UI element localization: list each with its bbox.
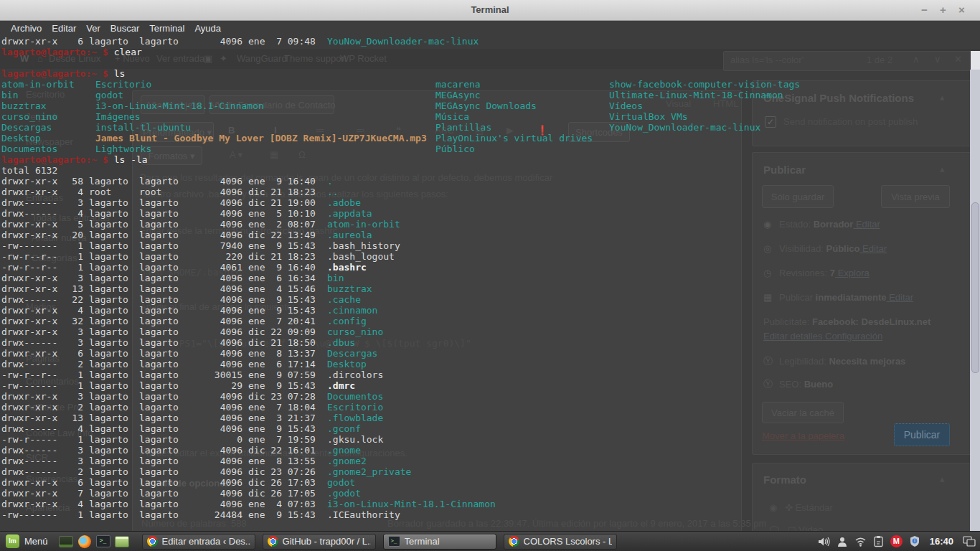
volume-icon[interactable] xyxy=(817,536,830,547)
launcher-area: >_ xyxy=(57,534,131,550)
terminal-line: drwxr-xr-x5lagartolagarto4096ene 2 08:07… xyxy=(1,219,400,230)
menu-button[interactable]: lm Menú xyxy=(0,532,57,551)
terminal-line: lagarto@lagarto:~ $clear xyxy=(1,47,142,57)
terminal-launcher[interactable]: >_ xyxy=(94,534,113,550)
chrome-icon xyxy=(509,536,519,547)
page-scrollbar-thumb[interactable] xyxy=(971,202,979,373)
terminal-line: drwxr-xr-x3lagartolagarto4096dic 23 07:2… xyxy=(1,391,383,402)
firefox-icon xyxy=(78,535,91,548)
terminal-line: drwxr-xr-x3lagartolagarto4096ene 6 16:34… xyxy=(1,273,344,283)
ls-column: Escritoriogodoti3-on-Linux-Mint-18.1-Cin… xyxy=(95,79,427,154)
wifi-icon[interactable] xyxy=(854,537,867,547)
taskbar-window-colors[interactable]: COLORS Lscolors - Li... xyxy=(504,534,617,550)
terminal-screen: drwxr-xr-x6lagartolagarto4096ene 7 09:48… xyxy=(0,0,980,531)
mega-icon[interactable]: M xyxy=(890,535,903,547)
clipboard-icon[interactable] xyxy=(873,535,884,547)
user-icon[interactable] xyxy=(837,536,848,547)
terminal-line: drwxr-xr-x6lagartolagarto4096ene 7 09:48… xyxy=(1,36,479,47)
system-tray: M i 16:40 xyxy=(817,535,980,547)
terminal-line: drwxr-xr-x32lagartolagarto4096ene 7 20:4… xyxy=(1,316,367,326)
workspace-switcher-icon[interactable] xyxy=(963,536,976,547)
terminal-line: drwxr-xr-x6lagartolagarto4096dic 26 17:0… xyxy=(1,477,355,488)
clock[interactable]: 16:40 xyxy=(927,536,956,547)
terminal-line: drwx------3lagartolagarto4096dic 22 16:0… xyxy=(1,445,361,456)
ls-column: macarenaMEGAsyncMEGAsync DownloadsMúsica… xyxy=(435,79,593,154)
terminal-line: drwxr-xr-x4rootroot4096dic 21 18:23.. xyxy=(1,187,339,197)
show-desktop-icon xyxy=(59,536,73,547)
terminal-line: drwx------4lagartolagarto4096ene 5 10:10… xyxy=(1,208,372,219)
terminal-line: total 6132 xyxy=(1,165,57,176)
taskbar-window-editar[interactable]: Editar entrada ‹ Des... xyxy=(142,534,255,550)
terminal-line: drwx------2lagartolagarto4096dic 23 07:2… xyxy=(1,466,411,477)
terminal-line: -rw-r--r--1lagartolagarto4061ene 9 16:40… xyxy=(1,262,367,273)
terminal-line: drwx------2lagartolagarto4096ene 6 17:14… xyxy=(1,359,367,369)
terminal-line: drwx------3lagartolagarto4096dic 21 19:0… xyxy=(1,197,361,208)
terminal-line: drwx------22lagartolagarto4096ene 9 15:4… xyxy=(1,294,361,305)
taskbar-window-terminal[interactable]: >_Terminal xyxy=(383,534,496,550)
terminal-line: lagarto@lagarto:~ $ls xyxy=(1,68,125,79)
mint-logo-icon: lm xyxy=(6,534,19,548)
terminal-line: -rw-------1lagartolagarto7940ene 9 15:43… xyxy=(1,240,400,251)
terminal-line: drwxr-xr-x3lagartolagarto4096dic 22 09:0… xyxy=(1,326,383,337)
svg-text:i: i xyxy=(914,538,915,543)
files-icon xyxy=(115,536,129,547)
ls-column: atom-in-orbitbinbuzztraxcurso_ninoDescar… xyxy=(1,79,75,154)
shield-icon[interactable]: i xyxy=(909,535,920,547)
terminal-icon: >_ xyxy=(96,535,110,547)
terminal-line: drwxr-xr-x13lagartolagarto4096ene 4 15:4… xyxy=(1,283,372,294)
terminal-line: drwx------4lagartolagarto4096ene 9 15:43… xyxy=(1,423,361,434)
terminal-line: -rw-------1lagartolagarto29ene 9 15:43.d… xyxy=(1,380,355,391)
terminal-line: -rw-r-----1lagartolagarto0ene 7 19:59.gk… xyxy=(1,434,383,445)
chrome-icon xyxy=(268,536,278,547)
terminal-line: drwxr-xr-x7lagartolagarto4096dic 26 17:0… xyxy=(1,488,361,499)
terminal-line: -rw-r--r--1lagartolagarto220dic 21 18:23… xyxy=(1,251,395,262)
terminal-line: -rw-------1lagartolagarto24484ene 9 15:4… xyxy=(1,509,400,520)
taskbar: lm Menú >_ Editar entrada ‹ Des...GitHub… xyxy=(0,531,980,551)
window-list: Editar entrada ‹ Des...GitHub - trapd00r… xyxy=(138,534,621,550)
terminal-icon: >_ xyxy=(388,536,400,547)
terminal-line: drwxr-xr-x4lagartolagarto4096ene 4 07:03… xyxy=(1,499,496,509)
terminal-line: drwx------3lagartolagarto4096ene 8 13:55… xyxy=(1,456,367,466)
firefox-launcher[interactable] xyxy=(75,534,94,550)
terminal-line: drwxr-xr-x4lagartolagarto4096ene 9 15:43… xyxy=(1,305,377,316)
show-desktop-launcher[interactable] xyxy=(57,534,75,550)
terminal-line: -rw-r--r--1lagartolagarto30015ene 9 07:5… xyxy=(1,369,383,380)
taskbar-window-github[interactable]: GitHub - trapd00r / L... xyxy=(263,534,376,550)
terminal-line: drwxr-xr-x20lagartolagarto4096dic 22 13:… xyxy=(1,230,372,240)
findbar-edge xyxy=(971,51,980,70)
terminal-line: drwxr-xr-x2lagartolagarto4096ene 7 18:04… xyxy=(1,402,383,413)
terminal-line: drwxr-xr-x13lagartolagarto4096ene 3 21:3… xyxy=(1,413,383,423)
files-launcher[interactable] xyxy=(113,534,131,550)
chrome-icon xyxy=(147,536,158,547)
terminal-line: lagarto@lagarto:~ $ls -la xyxy=(1,154,148,165)
ls-column: show-facebook-computer-vision-tagsUltima… xyxy=(609,79,800,133)
terminal-line: drwxr-xr-x6lagartolagarto4096ene 8 13:37… xyxy=(1,348,377,359)
menu-label: Menú xyxy=(24,536,48,547)
terminal-line: drwx------3lagartolagarto4096dic 21 18:5… xyxy=(1,337,355,348)
terminal-line: drwxr-xr-x58lagartolagarto4096ene 9 16:4… xyxy=(1,176,333,187)
